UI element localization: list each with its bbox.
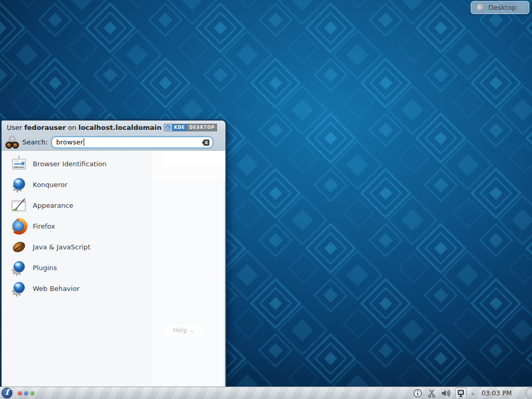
cashew-icon — [476, 4, 484, 11]
taskbar-panel: f — [0, 387, 532, 399]
volume-speaker-icon[interactable] — [441, 389, 450, 398]
globe-gear-icon — [10, 280, 28, 297]
text-caret — [84, 138, 84, 146]
header-username: fedorauser — [24, 124, 66, 131]
tray-expand-arrow[interactable]: ▴ — [472, 390, 474, 396]
desktop-toolbox-label: Desktop — [488, 4, 516, 11]
launcher-header: User fedorauser on localhost.localdomain… — [2, 121, 225, 134]
fedora-logo-icon: f — [5, 389, 8, 396]
pager-dot[interactable] — [30, 391, 34, 395]
desktop-toolbox[interactable]: Desktop — [471, 1, 529, 14]
globe-gear-icon — [10, 259, 28, 276]
system-tray: ▴ 03:03 PM — [413, 387, 532, 399]
pager-dot[interactable] — [24, 391, 28, 395]
notification-info-icon[interactable] — [413, 389, 422, 398]
device-notifier-icon[interactable] — [455, 388, 467, 399]
badge-kde-label: KDE — [172, 124, 187, 131]
result-item-label: Plugins — [33, 264, 57, 272]
result-item-label: Browser Identification — [33, 160, 107, 168]
result-item-java-javascript[interactable]: Java & JavaScript — [2, 236, 224, 257]
kde-gear-icon: K — [164, 124, 172, 131]
svg-text:K: K — [167, 126, 169, 129]
digital-clock[interactable]: 03:03 PM — [482, 389, 512, 397]
search-input-value: browser — [56, 138, 83, 146]
search-input[interactable]: browser — [51, 137, 213, 148]
result-item-label: Firefox — [33, 222, 55, 230]
badge-desktop-label: DESKTOP — [187, 124, 217, 131]
kde-desktop-badge: K KDE DESKTOP — [164, 124, 218, 131]
header-user-prefix: User — [7, 124, 22, 131]
result-item-label: Web Behavior — [33, 285, 79, 292]
kickoff-launcher: User fedorauser on localhost.localdomain… — [0, 119, 227, 387]
result-item-label: Java & JavaScript — [33, 243, 90, 251]
result-item-label: Appearance — [33, 202, 73, 209]
header-hostname: localhost.localdomain — [78, 124, 162, 131]
result-item-plugins[interactable]: Plugins — [2, 257, 224, 278]
result-item-appearance[interactable]: Appearance — [2, 195, 224, 216]
klipper-scissors-icon[interactable] — [427, 389, 436, 398]
result-item-browser-identification[interactable]: Browser Identification — [2, 153, 224, 174]
globe-gear-icon — [10, 176, 28, 193]
search-results-list: Help ⌄ — [2, 151, 225, 387]
screen: Desktop User fedorauser on localhost.loc… — [0, 0, 532, 399]
binoculars-gear-icon — [5, 135, 20, 150]
launcher-search-row: Search: browser — [2, 134, 225, 151]
application-launcher-button[interactable]: f — [2, 388, 12, 398]
result-item-konqueror[interactable]: Konqueror — [2, 174, 224, 195]
pager-dot[interactable] — [18, 391, 22, 395]
result-item-web-behavior[interactable]: Web Behavior — [2, 278, 224, 299]
id-card-icon — [10, 155, 28, 172]
header-on: on — [68, 124, 76, 131]
panel-cashew-icon[interactable] — [525, 387, 532, 399]
firefox-icon — [10, 218, 28, 235]
ghost-help-button: Help ⌄ — [164, 324, 204, 337]
result-item-firefox[interactable]: Firefox — [2, 216, 224, 236]
search-label: Search: — [22, 138, 48, 146]
coffee-bean-icon — [10, 238, 28, 256]
window-pencil-icon — [10, 197, 28, 214]
pager — [18, 391, 34, 395]
result-item-label: Konqueror — [33, 181, 68, 189]
clear-search-button[interactable] — [202, 139, 210, 147]
